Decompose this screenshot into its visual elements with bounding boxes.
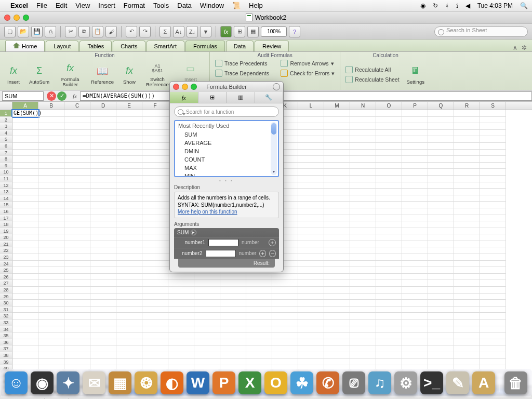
cell[interactable] xyxy=(64,130,90,137)
cell[interactable] xyxy=(480,241,506,248)
cell[interactable] xyxy=(38,320,64,326)
cell[interactable] xyxy=(142,143,168,150)
cell[interactable] xyxy=(350,143,376,150)
cell[interactable] xyxy=(38,228,64,235)
row-header-14[interactable]: 14 xyxy=(0,195,12,202)
cell[interactable] xyxy=(38,163,64,169)
col-header-B[interactable]: B xyxy=(38,102,64,110)
cell[interactable] xyxy=(116,176,142,182)
cut-button[interactable]: ✂ xyxy=(65,26,76,37)
cell[interactable] xyxy=(272,352,298,359)
cell[interactable] xyxy=(194,274,220,281)
fb-arg2-input[interactable] xyxy=(206,250,236,257)
cell[interactable] xyxy=(90,130,116,137)
cell[interactable] xyxy=(12,274,38,281)
cell[interactable] xyxy=(194,313,220,320)
cell[interactable] xyxy=(428,117,454,124)
fb-search-input[interactable]: Search for a function xyxy=(174,107,279,117)
cell[interactable] xyxy=(116,300,142,307)
zoom-select[interactable]: 100% xyxy=(261,26,287,37)
cell[interactable] xyxy=(324,195,350,202)
cell[interactable] xyxy=(454,143,480,150)
cell[interactable] xyxy=(402,307,428,313)
cell[interactable] xyxy=(194,326,220,333)
cell[interactable] xyxy=(480,202,506,208)
cell[interactable] xyxy=(142,267,168,274)
cell[interactable] xyxy=(142,221,168,228)
dock-terminal[interactable]: >_ xyxy=(420,371,443,394)
menu-data[interactable]: Data xyxy=(177,2,191,9)
new-button[interactable]: ▢ xyxy=(4,26,16,37)
cell[interactable] xyxy=(116,182,142,189)
cell[interactable] xyxy=(402,280,428,287)
cell[interactable] xyxy=(402,163,428,169)
cell[interactable] xyxy=(428,320,454,326)
cell[interactable] xyxy=(90,163,116,169)
cell[interactable] xyxy=(350,261,376,268)
cell[interactable] xyxy=(272,287,298,294)
cell[interactable] xyxy=(402,117,428,124)
spotlight-icon[interactable]: 🔍 xyxy=(520,2,528,9)
cell[interactable] xyxy=(142,332,168,339)
cell[interactable] xyxy=(428,169,454,176)
cell[interactable] xyxy=(350,320,376,326)
cell[interactable] xyxy=(64,169,90,176)
cell[interactable] xyxy=(324,339,350,346)
cell[interactable] xyxy=(376,169,402,176)
cell[interactable] xyxy=(376,221,402,228)
cell[interactable] xyxy=(324,280,350,287)
cell[interactable] xyxy=(324,130,350,137)
cell[interactable] xyxy=(38,326,64,333)
cell[interactable] xyxy=(116,150,142,156)
ribbon-settings-icon[interactable]: ✲ xyxy=(522,44,527,51)
cell[interactable] xyxy=(480,195,506,202)
cell[interactable] xyxy=(298,215,324,222)
cell[interactable] xyxy=(350,130,376,137)
row-header-10[interactable]: 10 xyxy=(0,169,12,176)
cell[interactable] xyxy=(454,326,480,333)
copy-button[interactable]: ⧉ xyxy=(78,26,90,37)
cell[interactable] xyxy=(142,294,168,300)
cell[interactable] xyxy=(480,117,506,124)
cell[interactable] xyxy=(12,221,38,228)
cell[interactable] xyxy=(90,117,116,124)
cell[interactable] xyxy=(246,345,272,352)
cell[interactable] xyxy=(116,228,142,235)
cell[interactable] xyxy=(454,261,480,268)
cell[interactable] xyxy=(64,117,90,124)
cell[interactable] xyxy=(350,136,376,143)
cell[interactable] xyxy=(376,339,402,346)
trace-dependents-button[interactable]: Trace Dependents xyxy=(213,69,271,78)
cell[interactable] xyxy=(480,267,506,274)
cell[interactable] xyxy=(272,345,298,352)
cell[interactable] xyxy=(90,332,116,339)
fb-fn-max[interactable]: MAX xyxy=(175,164,278,172)
cell[interactable] xyxy=(168,352,194,359)
cell[interactable] xyxy=(324,123,350,130)
cell[interactable] xyxy=(376,208,402,215)
row-header-26[interactable]: 26 xyxy=(0,274,12,281)
cell[interactable] xyxy=(376,234,402,241)
row-header-1[interactable]: 1 xyxy=(0,110,12,117)
cell[interactable] xyxy=(324,150,350,156)
cell[interactable] xyxy=(90,169,116,176)
cell[interactable] xyxy=(480,130,506,137)
cell[interactable] xyxy=(324,182,350,189)
cell[interactable] xyxy=(428,143,454,150)
cell[interactable] xyxy=(480,110,506,117)
status-wifi-icon[interactable]: ⟟ xyxy=(456,2,458,9)
cell[interactable] xyxy=(116,307,142,313)
cell[interactable] xyxy=(350,117,376,124)
cell[interactable] xyxy=(142,254,168,261)
col-header-S[interactable]: S xyxy=(480,102,506,110)
cell[interactable] xyxy=(142,150,168,156)
cell[interactable] xyxy=(12,215,38,222)
cell[interactable] xyxy=(272,307,298,313)
cell[interactable] xyxy=(142,307,168,313)
cell[interactable] xyxy=(376,326,402,333)
name-box[interactable]: SUM xyxy=(2,91,44,101)
cell[interactable] xyxy=(194,345,220,352)
insert-function-button[interactable]: fxInsert xyxy=(3,63,24,86)
cell[interactable] xyxy=(298,150,324,156)
cell[interactable] xyxy=(116,280,142,287)
